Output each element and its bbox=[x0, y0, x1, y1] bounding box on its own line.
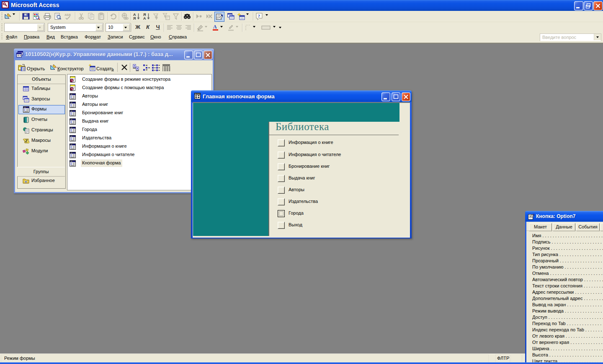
svg-text:А: А bbox=[143, 16, 146, 21]
svg-text:Я: Я bbox=[133, 16, 136, 21]
svg-text:АБВ: АБВ bbox=[64, 13, 71, 16]
svg-text:?: ? bbox=[258, 13, 260, 18]
svg-text:A: A bbox=[213, 24, 217, 30]
